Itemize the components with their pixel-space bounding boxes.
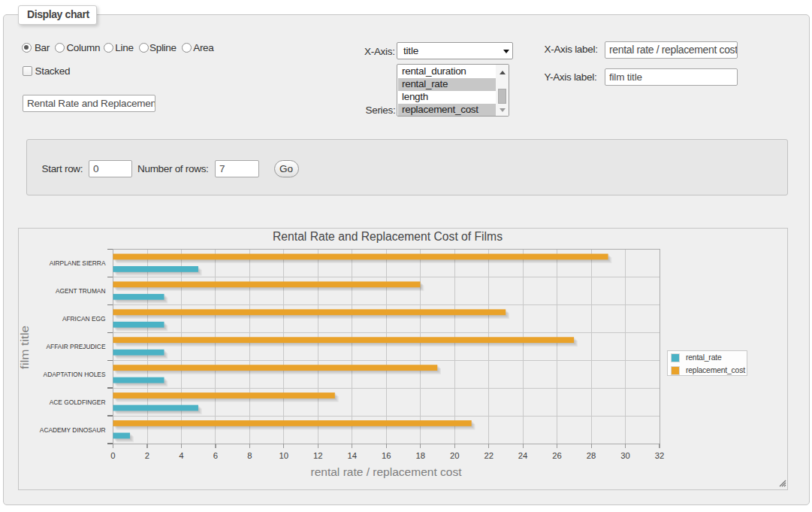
svg-text:AGENT TRUMAN: AGENT TRUMAN: [56, 286, 106, 295]
svg-text:0: 0: [110, 451, 115, 460]
svg-text:26: 26: [552, 451, 562, 460]
svg-text:Rental Rate and Replacement Co: Rental Rate and Replacement Cost of Film…: [273, 230, 503, 243]
svg-text:6: 6: [213, 451, 218, 460]
svg-text:AFRICAN EGG: AFRICAN EGG: [62, 314, 106, 323]
svg-text:ACE GOLDFINGER: ACE GOLDFINGER: [50, 398, 106, 406]
svg-text:10: 10: [279, 451, 289, 460]
svg-text:ACADEMY DINOSAUR: ACADEMY DINOSAUR: [40, 426, 106, 434]
svg-text:4: 4: [179, 451, 183, 460]
svg-text:rental rate / replacement cost: rental rate / replacement cost: [311, 465, 463, 478]
svg-text:18: 18: [415, 451, 425, 460]
svg-text:AIRPLANE SIERRA: AIRPLANE SIERRA: [50, 259, 106, 267]
svg-text:32: 32: [655, 451, 665, 460]
svg-text:20: 20: [450, 451, 460, 460]
svg-text:8: 8: [247, 451, 252, 460]
svg-text:28: 28: [587, 451, 596, 460]
svg-text:ADAPTATION HOLES: ADAPTATION HOLES: [44, 370, 106, 378]
svg-text:30: 30: [620, 451, 630, 460]
svg-text:film title: film title: [19, 326, 31, 369]
svg-text:22: 22: [484, 451, 494, 460]
svg-text:2: 2: [145, 451, 149, 460]
svg-text:AFFAIR PREJUDICE: AFFAIR PREJUDICE: [47, 342, 106, 350]
svg-text:16: 16: [382, 451, 391, 460]
svg-text:12: 12: [313, 451, 323, 460]
svg-text:24: 24: [518, 451, 528, 460]
svg-text:14: 14: [348, 451, 358, 460]
